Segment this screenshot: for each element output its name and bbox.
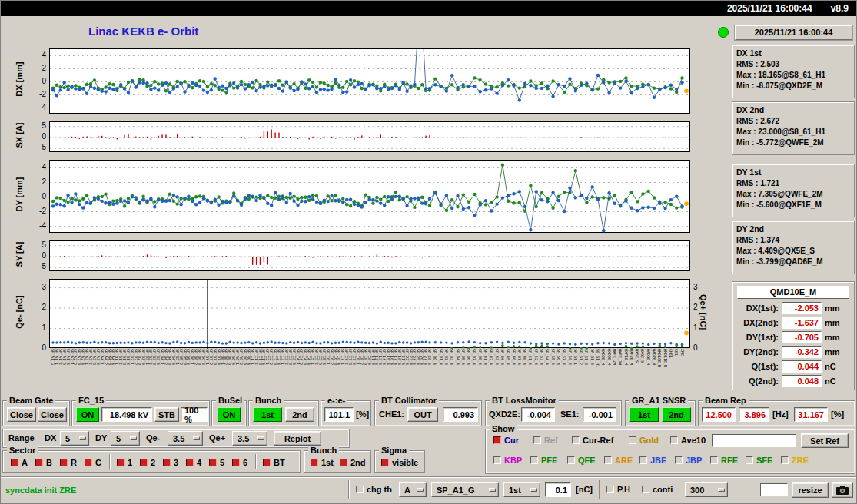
sector-checkbox-5[interactable]: 5	[209, 458, 224, 467]
gr-snsr-title: GR_A1 SNSR	[629, 396, 688, 405]
status-message: syncdata init ZRE	[5, 486, 76, 495]
qmd-monitor-title: QMD10E_M	[737, 286, 849, 299]
sector-checkbox-1[interactable]: 1	[117, 458, 132, 467]
sector-checkbox-bt[interactable]: BT	[263, 458, 285, 467]
set-ref-button[interactable]: Set Ref	[801, 433, 849, 448]
y-tick-label: 0	[29, 77, 46, 85]
bunch-checkbox-1st[interactable]: 1st	[311, 458, 334, 467]
min-label: Min :	[736, 201, 754, 209]
sector-checkbox-r[interactable]: R	[60, 458, 77, 467]
sector-checkbox-3[interactable]: 3	[163, 458, 178, 467]
dy-plot-panel	[49, 160, 690, 233]
rate-select[interactable]: 300	[685, 482, 728, 497]
bpm-label: SP_51_4	[528, 349, 532, 365]
statusbar-divider	[1, 476, 857, 478]
bunch-checkbox-2nd[interactable]: 2nd	[340, 458, 366, 467]
screenshot-button[interactable]	[832, 482, 853, 498]
sector-checkbox-6[interactable]: 6	[232, 458, 247, 467]
show-sfe-checkbox-label: SFE	[756, 456, 772, 465]
bpm-label: SP_38_4	[478, 349, 482, 365]
conti-checkbox[interactable]: conti	[642, 485, 673, 494]
combo-indicator-icon	[530, 488, 537, 492]
combo-indicator-icon	[193, 436, 200, 440]
show-qfe-checkbox[interactable]: QFE	[567, 456, 596, 465]
show-group: Show Set Ref CurRefCur-RefGoldAve10KBPPF…	[485, 429, 855, 474]
bpm-select[interactable]: SP_A1_G	[431, 482, 499, 497]
busel-on-button[interactable]: ON	[218, 407, 241, 422]
sy-plot-panel	[49, 240, 690, 271]
show-gold-checkbox[interactable]: Gold	[629, 436, 659, 445]
y-tick-label: 2	[29, 177, 46, 186]
sector-checkbox-4[interactable]: 4	[186, 458, 201, 467]
sector-checkbox-a[interactable]: A	[11, 458, 28, 467]
range-dx-select[interactable]: 5	[60, 431, 89, 446]
show-pfe-checkbox[interactable]: PFE	[530, 456, 557, 465]
show-pfe-checkbox-label: PFE	[541, 456, 557, 465]
monitor-row: Q(2nd):0.048nC	[736, 374, 851, 388]
max-value: 23.000@S8_61_H1	[758, 128, 825, 136]
show-jbe-checkbox-label: JBE	[650, 456, 666, 465]
show-are-checkbox[interactable]: ARE	[604, 456, 633, 465]
show-zre-checkbox-label: ZRE	[792, 456, 809, 465]
show-cur-checkbox[interactable]: Cur	[493, 436, 519, 445]
sy-axis-label: SY [A]	[15, 224, 24, 285]
show-kbp-checkbox[interactable]: KBP	[493, 456, 522, 465]
fc15-on-button[interactable]: ON	[76, 407, 99, 422]
sigma-visible-checkbox[interactable]: visible	[381, 458, 418, 467]
gr-snsr-1st-button[interactable]: 1st	[629, 407, 659, 422]
che1-out-button[interactable]: OUT	[407, 407, 438, 422]
stat-title: DX 1st	[736, 48, 850, 58]
bunch-checkbox-1st-label: 1st	[321, 458, 334, 467]
show-jbe-checkbox[interactable]: JBE	[639, 456, 666, 465]
beam-rep-hz-label: [Hz]	[772, 407, 789, 422]
range-qem-select[interactable]: 3.5	[168, 431, 203, 446]
y-tick-label: 0	[29, 343, 46, 352]
replot-button[interactable]: Replot	[274, 431, 321, 446]
gr-snsr-2nd-button[interactable]: 2nd	[662, 407, 691, 422]
sector-checkbox-2[interactable]: 2	[140, 458, 155, 467]
range-dy-select[interactable]: 5	[111, 431, 140, 446]
bunch-order-select[interactable]: 1st	[503, 482, 540, 497]
show-are-checkbox-label: ARE	[615, 456, 633, 465]
sector-checkbox-c[interactable]: C	[85, 458, 101, 467]
ph-checkbox[interactable]: P.H	[606, 485, 630, 494]
bpm-label: QAD6E_M	[646, 349, 650, 365]
checkbox-icon	[710, 456, 718, 464]
show-ref-checkbox[interactable]: Ref	[533, 436, 558, 445]
show-ave10-checkbox[interactable]: Ave10	[670, 436, 706, 445]
show-cur-ref-checkbox[interactable]: Cur-Ref	[572, 436, 613, 445]
sector-checkbox-a-label: A	[22, 458, 28, 467]
y-tick-label: 1	[29, 323, 46, 332]
titlebar-version: v8.9	[831, 3, 849, 14]
ref-name-input[interactable]	[712, 434, 796, 447]
show-zre-checkbox[interactable]: ZRE	[781, 456, 809, 465]
fc15-title: FC_15	[76, 396, 106, 405]
qmd-monitor-panel: QMD10E_M DX(1st):-2.053mmDX(2nd):-1.637m…	[732, 281, 855, 390]
sector-checkbox-1-label: 1	[128, 458, 132, 467]
show-sfe-checkbox[interactable]: SFE	[746, 456, 772, 465]
chg-th-checkbox[interactable]: chg th	[356, 485, 392, 494]
range-qep-select[interactable]: 3.5	[232, 431, 267, 446]
sx-axis-label: SX [A]	[15, 104, 24, 166]
fc15-stb-button[interactable]: STB	[154, 407, 179, 422]
show-rfe-checkbox[interactable]: RFE	[710, 456, 738, 465]
show-title: Show	[490, 424, 517, 433]
beam-gate-close-2-button[interactable]: Close	[38, 407, 67, 422]
bpm-label: S8_61_H1	[596, 349, 600, 367]
show-jbp-checkbox[interactable]: JBP	[675, 456, 702, 465]
beam-gate-close-1-button[interactable]: Close	[7, 407, 36, 422]
monitor-row-label: DX(2nd):	[736, 318, 779, 327]
checkbox-icon	[604, 456, 612, 464]
y-tick-label: -5	[29, 143, 46, 151]
bunch-1st-button[interactable]: 1st	[253, 407, 282, 422]
rms-value: 2.503	[760, 60, 779, 68]
sector-checkbox-b[interactable]: B	[35, 458, 52, 467]
resize-button[interactable]: resize	[792, 482, 829, 498]
bunch-2nd-button[interactable]: 2nd	[285, 407, 314, 422]
bt-collimator-group: BT Collimator CHE1: OUT 0.993	[374, 400, 482, 426]
statusbar-blank-input[interactable]	[760, 483, 788, 496]
checkbox-icon	[533, 436, 541, 444]
sector-a-select[interactable]: A	[399, 482, 427, 497]
monitor-row-value: -1.637	[782, 317, 822, 329]
monitor-row-unit: nC	[825, 376, 836, 386]
